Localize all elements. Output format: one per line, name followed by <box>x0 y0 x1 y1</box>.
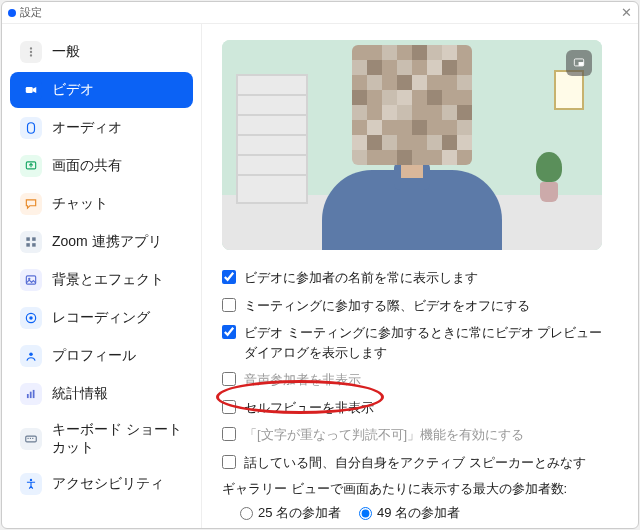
sidebar-item-recording[interactable]: レコーディング <box>10 300 193 336</box>
share-icon <box>20 155 42 177</box>
general-icon <box>20 41 42 63</box>
svg-point-13 <box>29 353 33 357</box>
svg-rect-8 <box>32 243 36 247</box>
svg-rect-3 <box>26 87 33 93</box>
stats-icon <box>20 383 42 405</box>
svg-rect-19 <box>30 438 31 439</box>
svg-point-1 <box>30 51 32 53</box>
apps-icon <box>20 231 42 253</box>
sidebar-item-label: オーディオ <box>52 119 122 137</box>
sidebar-item-label: アクセシビリティ <box>52 475 164 493</box>
keyboard-icon <box>20 428 42 450</box>
accessibility-icon <box>20 473 42 495</box>
sidebar-item-share[interactable]: 画面の共有 <box>10 148 193 184</box>
sidebar-item-stats[interactable]: 統計情報 <box>10 376 193 412</box>
sidebar-item-label: Zoom 連携アプリ <box>52 233 162 251</box>
opt-always-show-names[interactable]: ビデオに参加者の名前を常に表示します <box>222 268 618 288</box>
sidebar-item-profile[interactable]: プロフィール <box>10 338 193 374</box>
sidebar-item-label: 統計情報 <box>52 385 108 403</box>
audio-icon <box>20 117 42 139</box>
sidebar-item-label: レコーディング <box>52 309 150 327</box>
app-dot-icon <box>8 9 16 17</box>
sidebar-item-label: ビデオ <box>52 81 94 99</box>
sidebar-item-general[interactable]: 一般 <box>10 34 193 70</box>
svg-point-2 <box>30 54 32 56</box>
body: 一般 ビデオ オーディオ 画面の共有 チャット Zoom 連携アプリ <box>2 24 638 528</box>
sidebar-item-accessibility[interactable]: アクセシビリティ <box>10 466 193 502</box>
sidebar-item-chat[interactable]: チャット <box>10 186 193 222</box>
video-options: ビデオに参加者の名前を常に表示します ミーティングに参加する際、ビデオをオフにす… <box>222 268 618 528</box>
chat-icon <box>20 193 42 215</box>
opt-hide-self-view[interactable]: セルフビューを非表示 <box>222 398 618 418</box>
opt-off-video-on-join[interactable]: ミーティングに参加する際、ビデオをオフにする <box>222 296 618 316</box>
svg-point-21 <box>30 479 32 481</box>
sidebar-item-label: チャット <box>52 195 108 213</box>
gallery-label: ギャラリー ビューで画面あたりに表示する最大の参加者数: <box>222 480 618 498</box>
sidebar-item-label: キーボード ショートカット <box>52 421 183 457</box>
svg-rect-5 <box>26 237 30 241</box>
svg-rect-15 <box>30 392 32 398</box>
sidebar-item-background[interactable]: 背景とエフェクト <box>10 262 193 298</box>
main-panel: ビデオに参加者の名前を常に表示します ミーティングに参加する際、ビデオをオフにす… <box>202 24 638 528</box>
background-icon <box>20 269 42 291</box>
svg-rect-18 <box>28 438 29 439</box>
sidebar-item-keyboard[interactable]: キーボード ショートカット <box>10 414 193 464</box>
sidebar-item-apps[interactable]: Zoom 連携アプリ <box>10 224 193 260</box>
sidebar-item-label: 背景とエフェクト <box>52 271 164 289</box>
profile-icon <box>20 345 42 367</box>
opt-active-speaker[interactable]: 話している間、自分自身をアクティブ スピーカーとみなす <box>222 453 618 473</box>
opt-show-preview-dialog[interactable]: ビデオ ミーティングに参加するときに常にビデオ プレビュー ダイアログを表示しま… <box>222 323 618 362</box>
close-icon[interactable]: ✕ <box>621 5 632 20</box>
sidebar: 一般 ビデオ オーディオ 画面の共有 チャット Zoom 連携アプリ <box>2 24 202 528</box>
gallery-opt-25[interactable]: 25 名の参加者 <box>240 504 341 522</box>
svg-rect-14 <box>27 394 29 398</box>
svg-rect-7 <box>26 243 30 247</box>
recording-icon <box>20 307 42 329</box>
sidebar-item-video[interactable]: ビデオ <box>10 72 193 108</box>
svg-rect-20 <box>32 438 33 439</box>
svg-rect-16 <box>33 390 35 398</box>
titlebar: 設定 ✕ <box>2 2 638 24</box>
svg-point-0 <box>30 47 32 49</box>
pip-button[interactable] <box>566 50 592 76</box>
video-icon <box>20 79 42 101</box>
window-title: 設定 <box>20 5 621 20</box>
svg-point-12 <box>29 316 33 320</box>
sidebar-item-label: 一般 <box>52 43 80 61</box>
settings-window: 設定 ✕ 一般 ビデオ オーディオ 画面の共有 チャット <box>1 1 639 529</box>
sidebar-item-label: プロフィール <box>52 347 136 365</box>
sidebar-item-label: 画面の共有 <box>52 157 122 175</box>
blurred-face <box>352 45 472 165</box>
svg-rect-23 <box>579 62 583 65</box>
sidebar-item-audio[interactable]: オーディオ <box>10 110 193 146</box>
gallery-opt-49[interactable]: 49 名の参加者 <box>359 504 460 522</box>
opt-enable-feature[interactable]: 「[文字が重なって判読不可]」機能を有効にする <box>222 425 618 445</box>
gallery-radio-group: 25 名の参加者 49 名の参加者 <box>240 504 618 522</box>
video-preview <box>222 40 602 250</box>
svg-rect-6 <box>32 237 36 241</box>
svg-rect-9 <box>26 276 35 284</box>
opt-hide-non-video[interactable]: 音声参加者を非表示 <box>222 370 618 390</box>
